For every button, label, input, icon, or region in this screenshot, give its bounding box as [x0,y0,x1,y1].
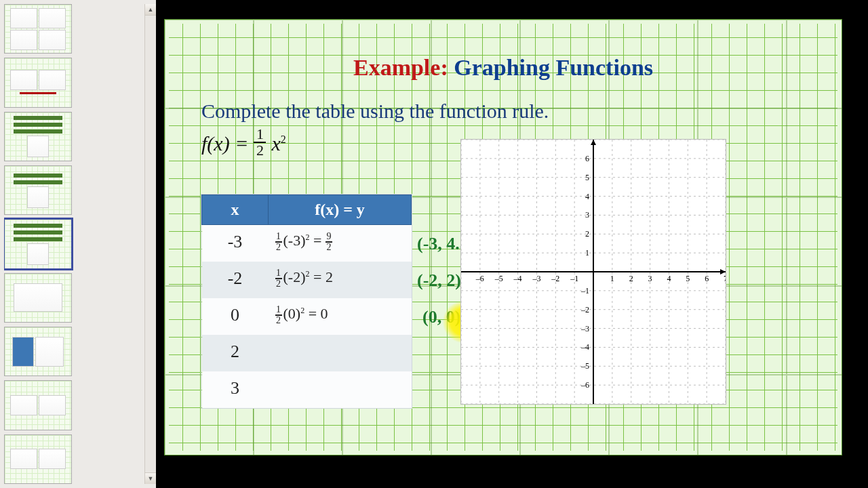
svg-text:–3: –3 [532,274,540,283]
function-formula: f(x) = 1 2 x2 [201,128,286,159]
svg-text:–4: –4 [580,342,589,352]
table-row: -3 12(-3)2 = 92 [202,225,412,262]
function-table: x f(x) = y -3 12(-3)2 = 92 -2 12(-2)2 = … [201,195,412,408]
svg-text:–1: –1 [580,286,589,296]
point-label-2: (-2, 2) [417,270,461,291]
svg-text:5: 5 [585,173,589,182]
slide-stage: Example: Graphing Functions Complete the… [156,0,868,488]
formula-lhs: f(x) = [201,132,248,155]
col-y: f(x) = y [269,195,412,225]
slide-thumb-7[interactable] [4,327,72,376]
scroll-up-icon[interactable]: ▲ [145,4,156,16]
svg-text:–2: –2 [551,274,559,283]
svg-text:4: 4 [585,192,589,201]
slide-thumb-3[interactable] [4,112,72,161]
title-example: Example: [353,55,448,80]
svg-text:2: 2 [585,229,589,239]
svg-text:–1: –1 [570,274,578,283]
slide-thumb-5[interactable] [4,219,72,268]
grid-svg: –6–5–4–3–2–11234567–6–5–4–3–2–1123456 [461,140,726,404]
slide-thumb-4[interactable] [4,165,72,215]
slide-filmstrip: ▲ ▼ [0,0,156,488]
svg-text:7: 7 [724,274,726,283]
slide-thumb-8[interactable] [4,380,72,430]
table-row: 0 12(0)2 = 0 [202,298,412,335]
svg-text:6: 6 [705,274,709,283]
table-row: 2 [202,335,412,371]
svg-text:–5: –5 [580,361,589,371]
app-root: ▲ ▼ Example: Graphing Functions Complete… [0,0,868,488]
slide-thumb-1[interactable] [4,4,72,54]
table-row: -2 12(-2)2 = 2 [202,262,412,298]
svg-text:1: 1 [585,248,589,258]
svg-text:–4: –4 [513,274,522,283]
svg-text:2: 2 [629,274,633,283]
svg-text:–3: –3 [580,324,589,333]
svg-marker-33 [591,140,596,145]
instruction-text: Complete the table using the function ru… [201,100,549,123]
svg-text:5: 5 [686,274,690,283]
formula-fraction: 1 2 [254,127,266,158]
thumb-column [4,4,142,484]
svg-text:–5: –5 [494,274,503,283]
svg-text:3: 3 [585,210,589,220]
svg-text:–6: –6 [475,274,484,283]
formula-rhs: x2 [271,132,285,155]
svg-text:4: 4 [667,274,671,283]
svg-text:–6: –6 [580,380,589,390]
svg-text:–2: –2 [580,305,589,314]
current-slide[interactable]: Example: Graphing Functions Complete the… [164,19,842,455]
svg-text:6: 6 [585,154,589,163]
svg-text:1: 1 [610,274,614,283]
scroll-down-icon[interactable]: ▼ [145,472,156,484]
slide-thumb-2[interactable] [4,58,72,107]
slide-title: Example: Graphing Functions [165,55,842,81]
title-subject: Graphing Functions [454,55,653,80]
table-row: 3 [202,371,412,408]
sidebar-scrollbar[interactable]: ▲ ▼ [144,4,156,484]
coordinate-grid: –6–5–4–3–2–11234567–6–5–4–3–2–1123456 [460,139,726,405]
svg-text:3: 3 [648,274,652,283]
slide-thumb-6[interactable] [4,273,72,323]
slide-thumb-9[interactable] [4,434,72,484]
point-label-3: (0, 0) [422,307,460,327]
col-x: x [202,195,269,225]
